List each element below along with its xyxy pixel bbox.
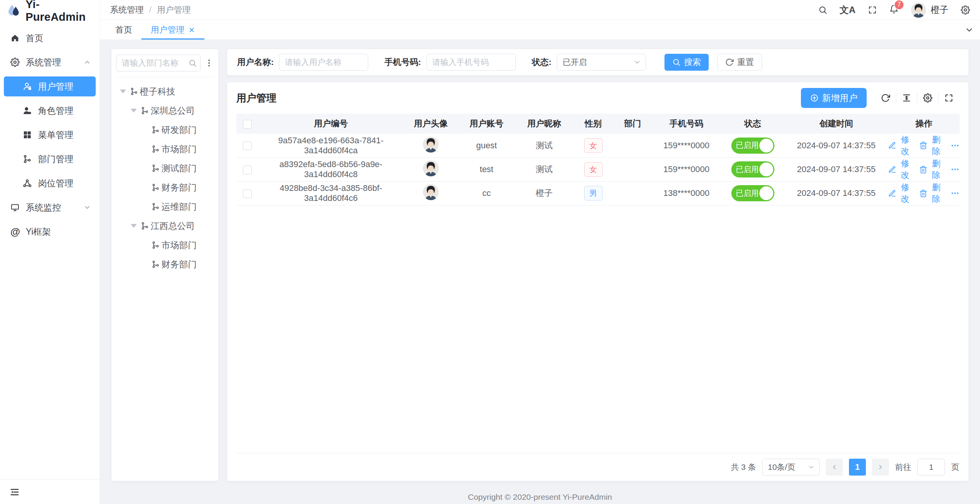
gender-tag: 男 xyxy=(584,186,603,201)
reset-button-label: 重置 xyxy=(737,56,754,68)
collapse-sidebar-icon[interactable] xyxy=(9,487,20,497)
sidebar-item-home[interactable]: 首页 xyxy=(0,28,100,48)
gender-tag: 女 xyxy=(584,162,603,177)
translate-icon[interactable]: 文A xyxy=(840,4,855,16)
user-id: 9a57a4e8-e196-663a-7841-3a14dd60f4ca xyxy=(258,134,404,158)
caret-down-icon[interactable] xyxy=(120,90,126,93)
sidebar-item-roles[interactable]: 角色管理 xyxy=(4,101,96,121)
tree-node[interactable]: 市场部门 xyxy=(116,235,214,255)
tab-menu-button[interactable] xyxy=(958,20,980,40)
pencil-icon xyxy=(888,189,896,197)
select-all-checkbox[interactable] xyxy=(243,120,252,129)
page-number-button[interactable]: 1 xyxy=(849,459,866,476)
more-actions-icon[interactable] xyxy=(950,165,960,174)
fullscreen-icon[interactable] xyxy=(868,5,877,15)
main-area: 系统管理 / 用户管理 文A 7 橙子 首页 用户管理 xyxy=(100,0,980,504)
sidebar-item-menus[interactable]: 菜单管理 xyxy=(4,125,96,145)
topbar-actions: 文A 7 橙子 xyxy=(818,2,970,18)
more-actions-icon[interactable] xyxy=(950,189,960,198)
gear-icon[interactable] xyxy=(961,5,970,15)
tree-node[interactable]: 研发部门 xyxy=(116,120,214,139)
tree-node[interactable]: 橙子科技 xyxy=(116,82,214,101)
more-options-icon[interactable] xyxy=(204,58,214,68)
username: 橙子 xyxy=(931,4,948,16)
reset-button[interactable]: 重置 xyxy=(717,54,762,71)
column-settings-icon[interactable] xyxy=(923,93,932,103)
sidebar-group-system[interactable]: 系统管理 xyxy=(0,52,100,72)
sidebar-item-framework[interactable]: @ Yi框架 xyxy=(0,222,100,242)
delete-button[interactable]: 删除 xyxy=(919,134,943,157)
delete-button[interactable]: 删除 xyxy=(919,182,943,205)
add-user-button-label: 新增用户 xyxy=(822,92,857,104)
page-size-select[interactable]: 10条/页 xyxy=(762,459,820,476)
user-menu[interactable]: 橙子 xyxy=(911,2,948,18)
phone-filter-input[interactable] xyxy=(427,54,516,71)
sidebar-item-label: 岗位管理 xyxy=(38,177,73,189)
next-page-button[interactable] xyxy=(872,459,889,476)
sidebar-item-departments[interactable]: 部门管理 xyxy=(4,149,96,169)
app-title: Yi-PureAdmin xyxy=(25,0,93,23)
search-button[interactable]: 搜索 xyxy=(664,54,709,71)
status-toggle[interactable]: 已启用 xyxy=(731,161,774,177)
row-density-icon[interactable] xyxy=(902,93,911,103)
tree-node[interactable]: 深圳总公司 xyxy=(116,101,214,120)
refresh-icon xyxy=(725,58,734,66)
sidebar-group-monitor[interactable]: 系统监控 xyxy=(0,197,100,217)
table-empty-space xyxy=(236,206,959,454)
tree-node[interactable]: 市场部门 xyxy=(116,139,214,159)
department-icon xyxy=(151,241,160,249)
refresh-icon[interactable] xyxy=(881,93,890,103)
close-icon[interactable] xyxy=(188,27,195,33)
table-toolbar-actions: 新增用户 xyxy=(801,88,959,108)
fullscreen-icon[interactable] xyxy=(944,93,953,103)
sidebar-group-label: 系统管理 xyxy=(26,56,61,68)
add-user-button[interactable]: 新增用户 xyxy=(801,88,867,108)
username-filter-input[interactable] xyxy=(279,54,368,71)
edit-button[interactable]: 修改 xyxy=(888,134,912,157)
sidebar-item-users[interactable]: 用户管理 xyxy=(4,76,96,96)
department-search-input[interactable] xyxy=(116,55,201,71)
row-checkbox[interactable] xyxy=(243,141,252,150)
edit-button[interactable]: 修改 xyxy=(888,182,912,205)
created-time: 2024-09-07 14:37:55 xyxy=(784,181,888,205)
tree-node[interactable]: 测试部门 xyxy=(116,159,214,178)
status-toggle[interactable]: 已启用 xyxy=(731,138,774,154)
sidebar-item-posts[interactable]: 岗位管理 xyxy=(4,173,96,193)
row-checkbox[interactable] xyxy=(243,189,252,198)
page-unit-label: 页 xyxy=(951,462,959,472)
user-dept xyxy=(613,181,652,205)
user-id: a8392efa-5ed8-6b56-9a9e-3a14dd60f4c8 xyxy=(258,158,404,181)
department-icon xyxy=(151,183,160,192)
notifications-button[interactable]: 7 xyxy=(889,5,899,15)
tree-node[interactable]: 运维部门 xyxy=(116,197,214,216)
tree-node[interactable]: 江西总公司 xyxy=(116,216,214,235)
edit-button[interactable]: 修改 xyxy=(888,158,912,181)
pagination: 共 3 条 10条/页 1 前往 页 xyxy=(236,453,959,481)
status-toggle-label: 已启用 xyxy=(736,140,759,151)
more-actions-icon[interactable] xyxy=(950,141,960,150)
column-header: 用户账号 xyxy=(458,114,515,134)
prev-page-button[interactable] xyxy=(826,459,843,476)
tree-node[interactable]: 财务部门 xyxy=(116,255,214,274)
department-icon xyxy=(151,145,160,153)
trash-icon xyxy=(919,141,927,149)
goto-page-input[interactable] xyxy=(917,459,945,476)
caret-down-icon[interactable] xyxy=(131,109,137,113)
tab-users[interactable]: 用户管理 xyxy=(141,20,204,40)
chevron-down-icon xyxy=(633,58,641,66)
tree-node[interactable]: 财务部门 xyxy=(116,178,214,197)
tree-node-label: 研发部门 xyxy=(161,124,197,136)
delete-button[interactable]: 删除 xyxy=(919,158,943,181)
status-filter-select[interactable]: 已开启 xyxy=(557,54,646,71)
branch-icon xyxy=(23,154,32,164)
caret-down-icon[interactable] xyxy=(131,224,137,228)
chevron-up-icon xyxy=(83,58,91,66)
breadcrumb-item[interactable]: 系统管理 xyxy=(110,4,144,16)
status-toggle[interactable]: 已启用 xyxy=(731,185,774,201)
app-logo[interactable]: Yi-PureAdmin xyxy=(0,0,100,22)
row-checkbox[interactable] xyxy=(243,166,252,174)
tab-home[interactable]: 首页 xyxy=(106,20,141,40)
search-icon xyxy=(672,58,681,66)
search-icon[interactable] xyxy=(818,5,827,15)
phone-filter-label: 手机号码: xyxy=(384,56,421,68)
